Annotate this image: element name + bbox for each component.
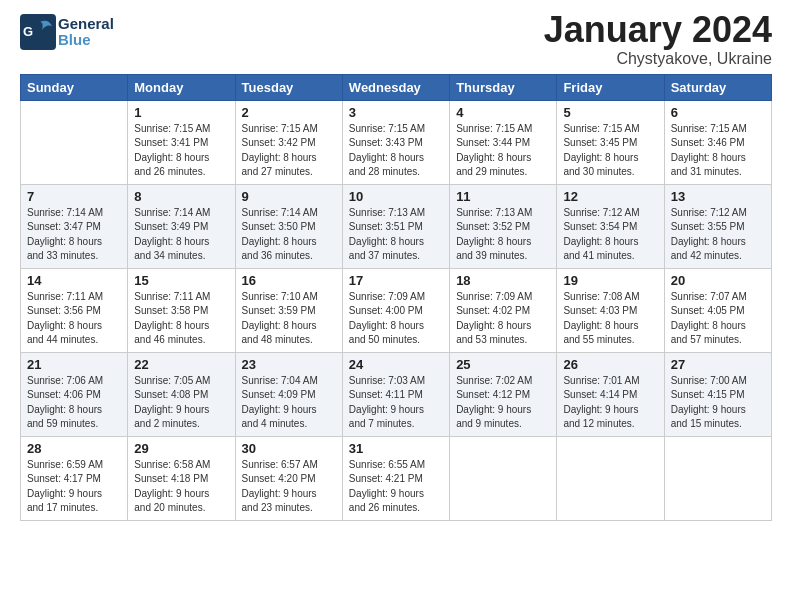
col-header-monday: Monday: [128, 74, 235, 100]
day-cell: 9Sunrise: 7:14 AM Sunset: 3:50 PM Daylig…: [235, 184, 342, 268]
day-cell: 25Sunrise: 7:02 AM Sunset: 4:12 PM Dayli…: [450, 352, 557, 436]
week-row-2: 7Sunrise: 7:14 AM Sunset: 3:47 PM Daylig…: [21, 184, 772, 268]
day-number: 13: [671, 189, 765, 204]
day-number: 24: [349, 357, 443, 372]
day-info: Sunrise: 7:15 AM Sunset: 3:43 PM Dayligh…: [349, 122, 443, 180]
day-info: Sunrise: 7:15 AM Sunset: 3:46 PM Dayligh…: [671, 122, 765, 180]
day-number: 4: [456, 105, 550, 120]
day-number: 2: [242, 105, 336, 120]
day-cell: 5Sunrise: 7:15 AM Sunset: 3:45 PM Daylig…: [557, 100, 664, 184]
day-info: Sunrise: 7:11 AM Sunset: 3:58 PM Dayligh…: [134, 290, 228, 348]
col-header-saturday: Saturday: [664, 74, 771, 100]
day-cell: 21Sunrise: 7:06 AM Sunset: 4:06 PM Dayli…: [21, 352, 128, 436]
day-cell: 15Sunrise: 7:11 AM Sunset: 3:58 PM Dayli…: [128, 268, 235, 352]
day-number: 9: [242, 189, 336, 204]
day-cell: 6Sunrise: 7:15 AM Sunset: 3:46 PM Daylig…: [664, 100, 771, 184]
day-info: Sunrise: 7:13 AM Sunset: 3:52 PM Dayligh…: [456, 206, 550, 264]
day-number: 12: [563, 189, 657, 204]
col-header-friday: Friday: [557, 74, 664, 100]
logo: G General Blue: [20, 14, 114, 50]
day-info: Sunrise: 7:07 AM Sunset: 4:05 PM Dayligh…: [671, 290, 765, 348]
day-info: Sunrise: 7:12 AM Sunset: 3:55 PM Dayligh…: [671, 206, 765, 264]
day-info: Sunrise: 7:01 AM Sunset: 4:14 PM Dayligh…: [563, 374, 657, 432]
day-number: 8: [134, 189, 228, 204]
day-cell: 1Sunrise: 7:15 AM Sunset: 3:41 PM Daylig…: [128, 100, 235, 184]
day-number: 22: [134, 357, 228, 372]
day-cell: 4Sunrise: 7:15 AM Sunset: 3:44 PM Daylig…: [450, 100, 557, 184]
day-info: Sunrise: 6:55 AM Sunset: 4:21 PM Dayligh…: [349, 458, 443, 516]
day-info: Sunrise: 7:04 AM Sunset: 4:09 PM Dayligh…: [242, 374, 336, 432]
day-cell: [664, 436, 771, 520]
svg-text:G: G: [23, 24, 33, 39]
week-row-4: 21Sunrise: 7:06 AM Sunset: 4:06 PM Dayli…: [21, 352, 772, 436]
day-number: 18: [456, 273, 550, 288]
logo-blue: Blue: [58, 32, 114, 49]
day-cell: 29Sunrise: 6:58 AM Sunset: 4:18 PM Dayli…: [128, 436, 235, 520]
day-info: Sunrise: 7:12 AM Sunset: 3:54 PM Dayligh…: [563, 206, 657, 264]
day-info: Sunrise: 7:15 AM Sunset: 3:42 PM Dayligh…: [242, 122, 336, 180]
day-number: 19: [563, 273, 657, 288]
day-cell: 31Sunrise: 6:55 AM Sunset: 4:21 PM Dayli…: [342, 436, 449, 520]
day-info: Sunrise: 6:58 AM Sunset: 4:18 PM Dayligh…: [134, 458, 228, 516]
day-number: 31: [349, 441, 443, 456]
day-info: Sunrise: 7:13 AM Sunset: 3:51 PM Dayligh…: [349, 206, 443, 264]
day-info: Sunrise: 7:09 AM Sunset: 4:00 PM Dayligh…: [349, 290, 443, 348]
day-info: Sunrise: 7:15 AM Sunset: 3:41 PM Dayligh…: [134, 122, 228, 180]
day-number: 27: [671, 357, 765, 372]
location-subtitle: Chystyakove, Ukraine: [544, 50, 772, 68]
day-number: 20: [671, 273, 765, 288]
day-info: Sunrise: 7:14 AM Sunset: 3:47 PM Dayligh…: [27, 206, 121, 264]
day-number: 26: [563, 357, 657, 372]
day-info: Sunrise: 7:09 AM Sunset: 4:02 PM Dayligh…: [456, 290, 550, 348]
day-cell: 18Sunrise: 7:09 AM Sunset: 4:02 PM Dayli…: [450, 268, 557, 352]
day-info: Sunrise: 7:14 AM Sunset: 3:49 PM Dayligh…: [134, 206, 228, 264]
day-info: Sunrise: 6:57 AM Sunset: 4:20 PM Dayligh…: [242, 458, 336, 516]
day-number: 14: [27, 273, 121, 288]
day-number: 23: [242, 357, 336, 372]
day-cell: 30Sunrise: 6:57 AM Sunset: 4:20 PM Dayli…: [235, 436, 342, 520]
day-info: Sunrise: 6:59 AM Sunset: 4:17 PM Dayligh…: [27, 458, 121, 516]
day-cell: 8Sunrise: 7:14 AM Sunset: 3:49 PM Daylig…: [128, 184, 235, 268]
day-number: 29: [134, 441, 228, 456]
day-number: 1: [134, 105, 228, 120]
day-cell: 10Sunrise: 7:13 AM Sunset: 3:51 PM Dayli…: [342, 184, 449, 268]
day-info: Sunrise: 7:14 AM Sunset: 3:50 PM Dayligh…: [242, 206, 336, 264]
week-row-5: 28Sunrise: 6:59 AM Sunset: 4:17 PM Dayli…: [21, 436, 772, 520]
day-cell: 2Sunrise: 7:15 AM Sunset: 3:42 PM Daylig…: [235, 100, 342, 184]
title-block: January 2024 Chystyakove, Ukraine: [544, 10, 772, 68]
day-number: 6: [671, 105, 765, 120]
col-header-wednesday: Wednesday: [342, 74, 449, 100]
day-number: 17: [349, 273, 443, 288]
day-info: Sunrise: 7:08 AM Sunset: 4:03 PM Dayligh…: [563, 290, 657, 348]
day-number: 30: [242, 441, 336, 456]
day-cell: 16Sunrise: 7:10 AM Sunset: 3:59 PM Dayli…: [235, 268, 342, 352]
header: G General Blue January 2024 Chystyakove,…: [20, 10, 772, 68]
day-info: Sunrise: 7:15 AM Sunset: 3:44 PM Dayligh…: [456, 122, 550, 180]
day-cell: 14Sunrise: 7:11 AM Sunset: 3:56 PM Dayli…: [21, 268, 128, 352]
day-number: 21: [27, 357, 121, 372]
calendar-table: SundayMondayTuesdayWednesdayThursdayFrid…: [20, 74, 772, 521]
day-cell: 20Sunrise: 7:07 AM Sunset: 4:05 PM Dayli…: [664, 268, 771, 352]
day-info: Sunrise: 7:00 AM Sunset: 4:15 PM Dayligh…: [671, 374, 765, 432]
day-info: Sunrise: 7:10 AM Sunset: 3:59 PM Dayligh…: [242, 290, 336, 348]
day-cell: [557, 436, 664, 520]
day-info: Sunrise: 7:15 AM Sunset: 3:45 PM Dayligh…: [563, 122, 657, 180]
day-cell: 7Sunrise: 7:14 AM Sunset: 3:47 PM Daylig…: [21, 184, 128, 268]
day-cell: 19Sunrise: 7:08 AM Sunset: 4:03 PM Dayli…: [557, 268, 664, 352]
day-cell: 11Sunrise: 7:13 AM Sunset: 3:52 PM Dayli…: [450, 184, 557, 268]
col-header-tuesday: Tuesday: [235, 74, 342, 100]
month-title: January 2024: [544, 10, 772, 50]
day-cell: 24Sunrise: 7:03 AM Sunset: 4:11 PM Dayli…: [342, 352, 449, 436]
day-number: 28: [27, 441, 121, 456]
day-info: Sunrise: 7:06 AM Sunset: 4:06 PM Dayligh…: [27, 374, 121, 432]
day-number: 25: [456, 357, 550, 372]
day-info: Sunrise: 7:03 AM Sunset: 4:11 PM Dayligh…: [349, 374, 443, 432]
day-number: 11: [456, 189, 550, 204]
day-number: 7: [27, 189, 121, 204]
day-cell: 27Sunrise: 7:00 AM Sunset: 4:15 PM Dayli…: [664, 352, 771, 436]
day-number: 10: [349, 189, 443, 204]
day-cell: 26Sunrise: 7:01 AM Sunset: 4:14 PM Dayli…: [557, 352, 664, 436]
col-header-sunday: Sunday: [21, 74, 128, 100]
day-cell: 22Sunrise: 7:05 AM Sunset: 4:08 PM Dayli…: [128, 352, 235, 436]
logo-general: General: [58, 16, 114, 33]
